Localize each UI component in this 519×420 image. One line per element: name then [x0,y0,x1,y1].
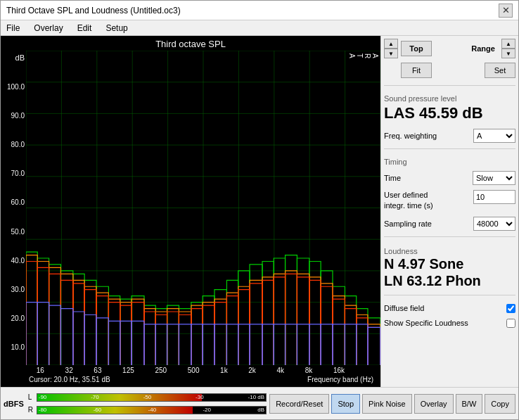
fit-button[interactable]: Fit [401,63,432,78]
loudness-ln: LN 63.12 Phon [384,272,515,289]
main-area: Third octave SPL dB 100.0 90.0 80.0 70.0… [1,36,518,387]
freq-weighting-dropdown[interactable]: A B C Z [473,129,515,143]
chart-area: Third octave SPL dB 100.0 90.0 80.0 70.0… [1,36,380,387]
y-axis-labels: dB 100.0 90.0 80.0 70.0 60.0 50.0 40.0 3… [1,51,26,365]
time-label: Time [384,174,401,182]
level-row-bottom: R -80 -60 -40 -20 dB [28,405,267,416]
window-title: Third Octave SPL and Loudness (Untitled.… [6,6,181,15]
sampling-rate-label: Sampling rate [384,219,432,228]
overlay-button[interactable]: Overlay [414,394,454,414]
chart-canvas [26,51,380,365]
top-arrows: ▲ ▼ [384,39,398,58]
show-specific-label: Show Specific Loudness [384,319,468,327]
range-down-arrow[interactable]: ▼ [501,49,515,58]
show-specific-checkbox[interactable] [506,319,515,328]
divider-1 [384,85,515,86]
x-axis-area: 16 32 63 125 250 500 1k 2k 4k 8k 16k Cur… [1,365,380,387]
divider-4 [384,295,515,295]
top-up-arrow[interactable]: ▲ [384,39,398,49]
divider-2 [384,148,515,149]
action-buttons: Record/Reset Stop Pink Noise Overlay B/W… [269,394,515,414]
x-axis-labels: 16 32 63 125 250 500 1k 2k 4k 8k 16k [1,365,380,376]
menu-overlay[interactable]: Overlay [31,23,65,34]
top-down-arrow[interactable]: ▼ [384,49,398,58]
show-specific-row: Show Specific Loudness [384,319,515,328]
fit-set-controls: Fit Set [384,63,515,78]
pink-noise-button[interactable]: Pink Noise [362,394,412,414]
copy-button[interactable]: Copy [485,394,515,414]
user-integr-input[interactable]: 10 [473,190,515,204]
diffuse-field-row: Diffuse field [384,304,515,313]
l-label: L [28,393,35,401]
close-button[interactable]: ✕ [499,4,513,18]
loudness-label: Loudness [384,247,515,255]
level-meters: L -90 -70 -50 -30 -10 dB R [28,392,267,416]
meter-tick-bottom: -80 -60 -40 -20 dB [37,407,266,413]
diffuse-field-label: Diffuse field [384,304,424,312]
set-group: Set [485,63,515,78]
sampling-rate-row: Sampling rate 48000 44100 96000 [384,217,515,231]
chart-inner: ARTA [26,51,380,365]
time-row: Time Slow Fast Impulse [384,171,515,185]
time-dropdown[interactable]: Slow Fast Impulse [473,171,515,185]
top-button[interactable]: Top [401,41,432,56]
set-button[interactable]: Set [485,63,515,78]
user-integr-row: User definedintegr. time (s) 10 [384,190,515,212]
freq-band-label: Frequency band (Hz) [307,376,373,383]
top-control-group: ▲ ▼ Top [384,39,432,58]
divider-3 [384,236,515,237]
range-arrows: ▲ ▼ [501,39,515,58]
menu-setup[interactable]: Setup [103,23,130,34]
spl-section: Sound pressure level LAS 45.59 dB [384,91,515,124]
level-row-top: L -90 -70 -50 -30 -10 dB [28,392,267,403]
top-range-controls: ▲ ▼ Top Range ▲ ▼ [384,39,515,58]
level-meter-r: -80 -60 -40 -20 dB [37,406,267,414]
menu-edit[interactable]: Edit [75,23,95,34]
freq-weighting-label: Freq. weighting [384,132,437,140]
range-label: Range [468,41,499,56]
x-axis-title: Cursor: 20.0 Hz, 35.51 dB Frequency band… [1,376,380,386]
bottom-bar: dBFS L -90 -70 -50 -30 -10 dB R [1,387,518,419]
loudness-n: N 4.97 Sone [384,255,515,272]
record-reset-button[interactable]: Record/Reset [269,394,329,414]
main-window: Third Octave SPL and Loudness (Untitled.… [0,0,519,420]
bw-button[interactable]: B/W [456,394,483,414]
sampling-rate-dropdown[interactable]: 48000 44100 96000 [473,217,515,231]
range-control-group: Range ▲ ▼ [468,39,515,58]
level-meter-l: -90 -70 -50 -30 -10 dB [37,393,267,402]
cursor-info: Cursor: 20.0 Hz, 35.51 dB [29,376,110,383]
menu-file[interactable]: File [4,23,23,34]
meter-tick-top: -90 -70 -50 -30 -10 dB [37,394,266,400]
right-panel: ▲ ▼ Top Range ▲ ▼ Fit [380,36,518,387]
freq-weighting-row: Freq. weighting A B C Z [384,129,515,143]
spl-value: LAS 45.59 dB [384,104,515,122]
user-integr-label: User definedintegr. time (s) [384,190,433,212]
arta-label: ARTA [348,53,379,60]
loudness-section: Loudness N 4.97 Sone LN 63.12 Phon [384,244,515,289]
chart-title: Third octave SPL [1,36,380,51]
timing-label: Timing [384,158,515,166]
chart-container: dB 100.0 90.0 80.0 70.0 60.0 50.0 40.0 3… [1,51,380,365]
r-label: R [28,406,35,414]
fit-group: Fit [384,63,432,78]
title-bar: Third Octave SPL and Loudness (Untitled.… [1,1,518,20]
menu-bar: File Overlay Edit Setup [1,20,518,36]
spl-section-label: Sound pressure level [384,94,515,103]
range-up-arrow[interactable]: ▲ [501,39,515,49]
stop-button[interactable]: Stop [331,394,360,414]
diffuse-field-checkbox[interactable] [506,304,515,313]
dbfs-label: dBFS [4,400,24,408]
